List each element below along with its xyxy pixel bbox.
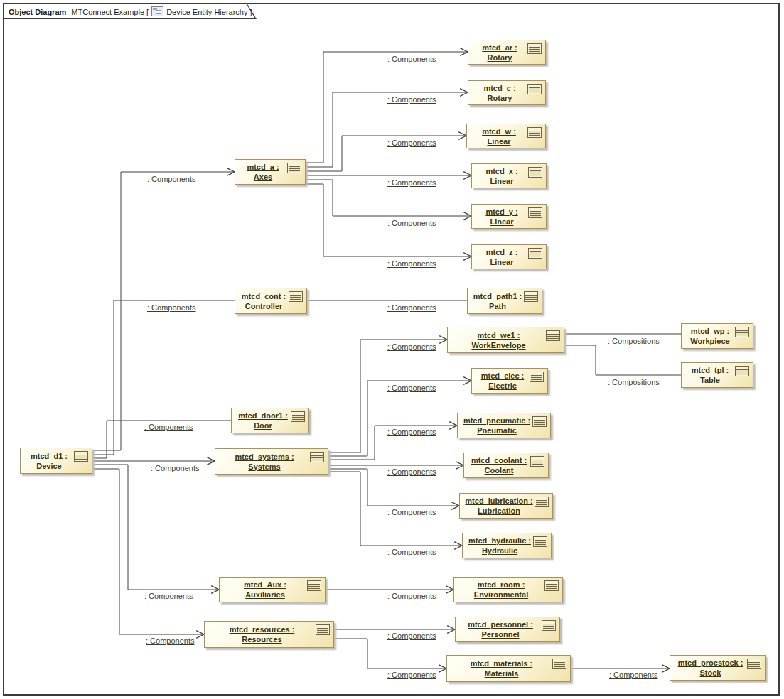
part-icon (289, 291, 303, 302)
object-node-linear-x[interactable]: mtcd_x :Linear (471, 163, 547, 188)
part-icon (535, 497, 549, 507)
components-label[interactable]: : Components (387, 178, 436, 187)
object-node-workenvelope[interactable]: mtcd_we1 :WorkEnvelope (447, 327, 564, 353)
classifier-name: Stock (673, 668, 748, 678)
compositions-label[interactable]: : Compositions (608, 378, 660, 386)
components-label[interactable]: : Components (387, 219, 436, 227)
classifier-name: Axes (238, 172, 288, 182)
object-node-table[interactable]: mtcd_tpl :Table (681, 362, 753, 388)
object-node-auxiliaries[interactable]: mtcd_Aux :Auxiliaries (219, 577, 326, 602)
instance-name: mtcd_Aux : (222, 580, 308, 590)
connector-axes-w[interactable] (306, 136, 466, 171)
classifier-name: Lubrication (463, 506, 535, 516)
object-node-lubrication[interactable]: mtcd_lubrication :Lubrication (459, 493, 553, 519)
components-label[interactable]: : Components (146, 636, 194, 645)
instance-name: mtcd_coolant : (467, 455, 531, 465)
object-node-resources[interactable]: mtcd_resources :Resources (204, 621, 334, 648)
components-label[interactable]: : Components (387, 428, 436, 436)
object-node-materials[interactable]: mtcd_materials :Materials (446, 655, 571, 682)
components-label[interactable]: : Components (387, 55, 436, 63)
instance-name: mtcd_elec : (475, 371, 530, 381)
components-label[interactable]: : Components (387, 139, 436, 147)
classifier-name: Resources (208, 634, 316, 644)
object-node-rotary-ar[interactable]: mtcd_ar :Rotary (468, 40, 546, 65)
classifier-name: Linear (475, 257, 529, 267)
instance-name: mtcd_c : (471, 83, 528, 93)
classifier-name: Table (684, 375, 736, 385)
instance-name: mtcd_personnel : (458, 619, 542, 629)
components-label[interactable]: : Components (387, 508, 436, 516)
instance-name: mtcd_d1 : (23, 451, 75, 461)
classifier-name: Coolant (467, 465, 531, 475)
connector-d1-resources[interactable] (92, 469, 204, 634)
object-node-axes[interactable]: mtcd_a :Axes (235, 159, 306, 185)
object-node-stock[interactable]: mtcd_procstock :Stock (670, 655, 766, 681)
instance-name: mtcd_room : (457, 580, 545, 590)
instance-name: mtcd_wp : (684, 326, 736, 336)
components-label[interactable]: : Components (387, 592, 436, 600)
components-label[interactable]: : Components (387, 548, 436, 556)
connector-axes-ar[interactable] (306, 52, 468, 163)
instance-name: mtcd_cont : (238, 291, 289, 301)
classifier-name: Materials (450, 668, 553, 678)
components-label[interactable]: : Components (387, 95, 436, 104)
connector-workenvelope-table[interactable] (564, 345, 681, 375)
classifier-name: Path (471, 301, 525, 311)
part-icon (533, 536, 547, 547)
part-icon (307, 580, 321, 591)
object-node-rotary-c[interactable]: mtcd_c :Rotary (468, 80, 546, 105)
components-label[interactable]: : Components (387, 384, 436, 392)
connector-axes-c[interactable] (306, 92, 468, 167)
instance-name: mtcd_x : (475, 166, 529, 176)
instance-name: mtcd_w : (470, 126, 528, 136)
object-node-linear-w[interactable]: mtcd_w :Linear (466, 124, 546, 148)
object-node-electric[interactable]: mtcd_elec :Electric (471, 368, 548, 394)
connector-d1-auxiliaries[interactable] (92, 465, 219, 590)
instance-name: mtcd_pneumatic : (461, 416, 533, 426)
instance-name: mtcd_z : (475, 247, 529, 257)
components-label[interactable]: : Components (151, 464, 199, 472)
instance-name: mtcd_resources : (208, 624, 316, 634)
object-node-path[interactable]: mtcd_path1 :Path (467, 288, 542, 314)
part-icon (528, 207, 542, 218)
object-node-coolant[interactable]: mtcd_coolant :Coolant (463, 453, 549, 478)
components-label[interactable]: : Components (144, 592, 193, 600)
instance-name: mtcd_materials : (450, 659, 553, 668)
object-node-systems[interactable]: mtcd_systems :Systems (215, 448, 328, 475)
components-label[interactable]: : Components (144, 423, 193, 431)
part-icon (530, 372, 544, 382)
part-icon (524, 291, 538, 302)
object-node-environmental[interactable]: mtcd_room :Environmental (453, 577, 563, 602)
instance-name: mtcd_hydraulic : (466, 536, 534, 546)
part-icon (735, 366, 749, 376)
components-label[interactable]: : Components (147, 175, 195, 183)
connector-resources-materials[interactable] (334, 639, 446, 668)
object-node-linear-y[interactable]: mtcd_y :Linear (471, 204, 547, 229)
classifier-name: Workpiece (684, 336, 736, 346)
classifier-name: Personnel (458, 629, 542, 639)
object-node-pneumatic[interactable]: mtcd_pneumatic :Pneumatic (457, 413, 551, 438)
instance-name: mtcd_procstock : (673, 658, 748, 668)
components-label[interactable]: : Components (609, 671, 657, 679)
object-node-workpiece[interactable]: mtcd_wp :Workpiece (681, 323, 753, 349)
components-label[interactable]: : Components (147, 303, 195, 312)
object-node-device[interactable]: mtcd_d1 :Device (20, 448, 92, 474)
object-node-linear-z[interactable]: mtcd_z :Linear (471, 244, 547, 269)
object-node-personnel[interactable]: mtcd_personnel :Personnel (455, 617, 560, 642)
object-node-hydraulic[interactable]: mtcd_hydraulic :Hydraulic (462, 533, 552, 558)
connector-d1-controller[interactable] (92, 300, 235, 455)
compositions-label[interactable]: : Compositions (608, 337, 660, 345)
components-label[interactable]: : Components (387, 303, 436, 312)
part-icon (528, 167, 542, 178)
components-label[interactable]: : Components (387, 632, 436, 640)
classifier-name: Systems (218, 462, 311, 472)
object-node-controller[interactable]: mtcd_cont :Controller (235, 288, 307, 314)
components-label[interactable]: : Components (387, 671, 436, 679)
classifier-name: Auxiliaries (222, 590, 308, 600)
components-label[interactable]: : Components (387, 467, 436, 476)
object-node-door[interactable]: mtcd_door1 :Door (231, 408, 309, 433)
components-label[interactable]: : Components (387, 342, 436, 351)
instance-name: mtcd_we1 : (451, 330, 547, 340)
components-label[interactable]: : Components (387, 259, 436, 268)
part-icon (527, 43, 542, 54)
